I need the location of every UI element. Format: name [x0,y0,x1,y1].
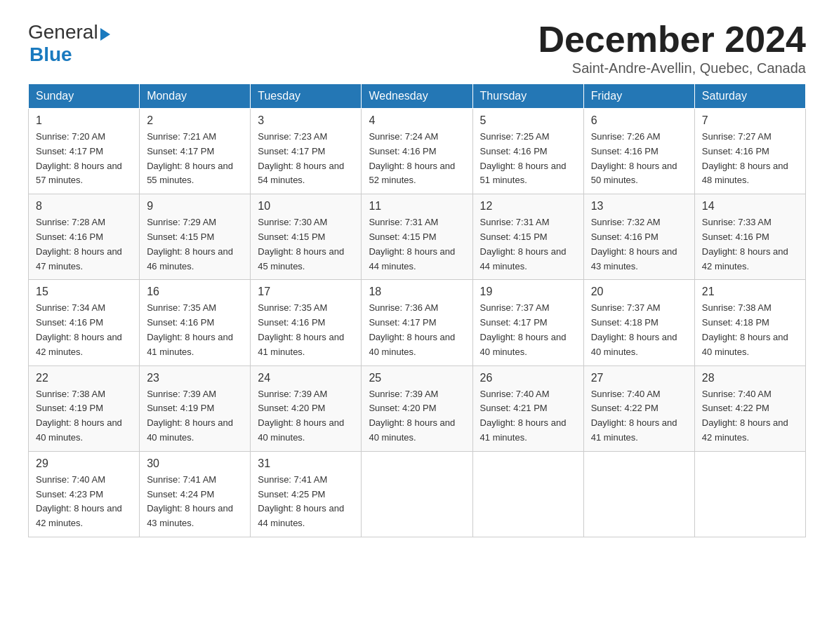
sunset-label: Sunset: 4:23 PM [36,489,103,499]
calendar-cell: 26 Sunrise: 7:40 AM Sunset: 4:21 PM Dayl… [472,365,583,451]
sunset-label: Sunset: 4:18 PM [591,317,658,328]
sunrise-label: Sunrise: 7:33 AM [702,217,772,227]
day-number: 16 [147,286,243,298]
daylight-label: Daylight: 8 hours and 40 minutes. [702,332,788,357]
calendar-week-2: 8 Sunrise: 7:28 AM Sunset: 4:16 PM Dayli… [29,194,806,280]
day-number: 22 [36,372,132,384]
daylight-label: Daylight: 8 hours and 42 minutes. [702,417,788,443]
daylight-label: Daylight: 8 hours and 40 minutes. [147,417,233,443]
day-info: Sunrise: 7:30 AM Sunset: 4:15 PM Dayligh… [258,215,354,274]
day-number: 28 [702,372,798,384]
sunset-label: Sunset: 4:16 PM [702,146,769,156]
calendar-cell: 31 Sunrise: 7:41 AM Sunset: 4:25 PM Dayl… [251,451,362,537]
day-number: 25 [369,372,465,384]
calendar-week-5: 29 Sunrise: 7:40 AM Sunset: 4:23 PM Dayl… [29,451,806,537]
day-number: 15 [36,286,132,298]
logo-text-blue: Blue [29,43,72,66]
sunrise-label: Sunrise: 7:30 AM [258,217,327,227]
sunset-label: Sunset: 4:16 PM [36,232,103,242]
calendar-cell: 22 Sunrise: 7:38 AM Sunset: 4:19 PM Dayl… [29,365,140,451]
location-subtitle: Saint-Andre-Avellin, Quebec, Canada [538,60,806,76]
sunrise-label: Sunrise: 7:41 AM [147,474,216,485]
day-info: Sunrise: 7:35 AM Sunset: 4:16 PM Dayligh… [258,301,354,359]
calendar-week-4: 22 Sunrise: 7:38 AM Sunset: 4:19 PM Dayl… [29,365,806,451]
calendar-table: SundayMondayTuesdayWednesdayThursdayFrid… [28,83,806,537]
header-wednesday: Wednesday [362,84,472,109]
daylight-label: Daylight: 8 hours and 55 minutes. [147,161,233,186]
calendar-cell: 10 Sunrise: 7:30 AM Sunset: 4:15 PM Dayl… [251,194,362,280]
day-info: Sunrise: 7:37 AM Sunset: 4:18 PM Dayligh… [591,301,687,359]
sunset-label: Sunset: 4:16 PM [369,146,436,156]
day-info: Sunrise: 7:36 AM Sunset: 4:17 PM Dayligh… [369,301,465,359]
sunset-label: Sunset: 4:16 PM [480,146,548,156]
sunrise-label: Sunrise: 7:23 AM [258,131,327,142]
sunset-label: Sunset: 4:21 PM [480,403,548,413]
day-info: Sunrise: 7:20 AM Sunset: 4:17 PM Dayligh… [36,130,132,188]
day-info: Sunrise: 7:35 AM Sunset: 4:16 PM Dayligh… [147,301,243,359]
calendar-cell: 13 Sunrise: 7:32 AM Sunset: 4:16 PM Dayl… [583,194,694,280]
day-info: Sunrise: 7:39 AM Sunset: 4:20 PM Dayligh… [258,387,354,445]
sunset-label: Sunset: 4:19 PM [147,403,214,413]
sunrise-label: Sunrise: 7:39 AM [369,389,438,399]
day-info: Sunrise: 7:41 AM Sunset: 4:25 PM Dayligh… [258,473,354,531]
sunrise-label: Sunrise: 7:38 AM [36,389,105,399]
day-info: Sunrise: 7:24 AM Sunset: 4:16 PM Dayligh… [369,130,465,188]
sunrise-label: Sunrise: 7:32 AM [591,217,661,227]
sunrise-label: Sunrise: 7:28 AM [36,217,105,227]
day-number: 6 [591,114,687,127]
daylight-label: Daylight: 8 hours and 41 minutes. [258,332,344,357]
calendar-cell: 25 Sunrise: 7:39 AM Sunset: 4:20 PM Dayl… [362,365,472,451]
daylight-label: Daylight: 8 hours and 40 minutes. [369,417,455,443]
day-info: Sunrise: 7:31 AM Sunset: 4:15 PM Dayligh… [369,215,465,274]
sunrise-label: Sunrise: 7:38 AM [702,302,772,313]
header-sunday: Sunday [29,84,140,109]
day-info: Sunrise: 7:37 AM Sunset: 4:17 PM Dayligh… [480,301,576,359]
day-number: 24 [258,372,354,384]
day-info: Sunrise: 7:27 AM Sunset: 4:16 PM Dayligh… [702,130,798,188]
day-info: Sunrise: 7:33 AM Sunset: 4:16 PM Dayligh… [702,215,798,274]
calendar-cell: 17 Sunrise: 7:35 AM Sunset: 4:16 PM Dayl… [251,280,362,365]
sunrise-label: Sunrise: 7:40 AM [36,474,105,485]
daylight-label: Daylight: 8 hours and 42 minutes. [36,332,122,357]
sunrise-label: Sunrise: 7:39 AM [147,389,216,399]
daylight-label: Daylight: 8 hours and 40 minutes. [36,417,122,443]
sunrise-label: Sunrise: 7:35 AM [147,302,216,313]
day-info: Sunrise: 7:26 AM Sunset: 4:16 PM Dayligh… [591,130,687,188]
calendar-cell [472,451,583,537]
day-number: 7 [702,114,798,127]
daylight-label: Daylight: 8 hours and 46 minutes. [147,246,233,271]
calendar-cell: 4 Sunrise: 7:24 AM Sunset: 4:16 PM Dayli… [362,109,472,194]
calendar-cell [694,451,805,537]
logo-triangle-icon [100,28,110,41]
day-number: 8 [36,200,132,213]
sunrise-label: Sunrise: 7:39 AM [258,389,327,399]
sunset-label: Sunset: 4:17 PM [369,317,436,328]
calendar-cell: 9 Sunrise: 7:29 AM Sunset: 4:15 PM Dayli… [140,194,251,280]
sunset-label: Sunset: 4:16 PM [147,317,214,328]
title-section: December 2024 Saint-Andre-Avellin, Quebe… [538,21,806,76]
sunset-label: Sunset: 4:16 PM [591,146,658,156]
daylight-label: Daylight: 8 hours and 43 minutes. [147,503,233,528]
daylight-label: Daylight: 8 hours and 44 minutes. [258,503,344,528]
sunrise-label: Sunrise: 7:37 AM [591,302,661,313]
daylight-label: Daylight: 8 hours and 42 minutes. [702,246,788,271]
daylight-label: Daylight: 8 hours and 48 minutes. [702,161,788,186]
day-number: 17 [258,286,354,298]
sunrise-label: Sunrise: 7:27 AM [702,131,772,142]
day-info: Sunrise: 7:25 AM Sunset: 4:16 PM Dayligh… [480,130,576,188]
calendar-cell: 23 Sunrise: 7:39 AM Sunset: 4:19 PM Dayl… [140,365,251,451]
day-number: 3 [258,114,354,127]
day-info: Sunrise: 7:39 AM Sunset: 4:19 PM Dayligh… [147,387,243,445]
day-info: Sunrise: 7:21 AM Sunset: 4:17 PM Dayligh… [147,130,243,188]
daylight-label: Daylight: 8 hours and 42 minutes. [36,503,122,528]
sunset-label: Sunset: 4:16 PM [591,232,658,242]
calendar-cell: 20 Sunrise: 7:37 AM Sunset: 4:18 PM Dayl… [583,280,694,365]
calendar-cell: 29 Sunrise: 7:40 AM Sunset: 4:23 PM Dayl… [29,451,140,537]
sunrise-label: Sunrise: 7:40 AM [702,389,772,399]
calendar-cell: 7 Sunrise: 7:27 AM Sunset: 4:16 PM Dayli… [694,109,805,194]
day-info: Sunrise: 7:38 AM Sunset: 4:18 PM Dayligh… [702,301,798,359]
day-number: 18 [369,286,465,298]
calendar-cell: 27 Sunrise: 7:40 AM Sunset: 4:22 PM Dayl… [583,365,694,451]
daylight-label: Daylight: 8 hours and 41 minutes. [591,417,677,443]
sunset-label: Sunset: 4:25 PM [258,489,325,499]
